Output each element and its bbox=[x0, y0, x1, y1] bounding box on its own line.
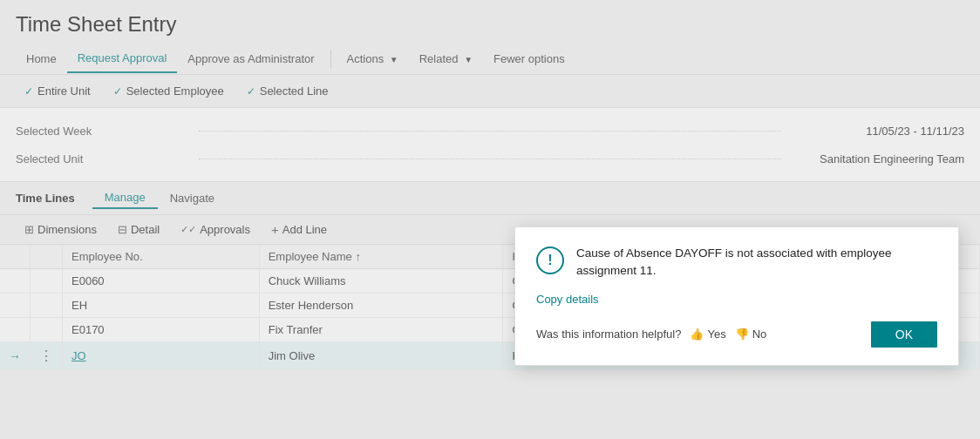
modal-overlay bbox=[0, 0, 980, 439]
no-button[interactable]: 👎 No bbox=[735, 328, 767, 341]
copy-details-link[interactable]: Copy details bbox=[536, 293, 937, 306]
yes-button[interactable]: 👍 Yes bbox=[690, 328, 725, 341]
thumbs-down-icon: 👎 bbox=[735, 328, 749, 341]
helpful-label: Was this information helpful? bbox=[536, 328, 681, 341]
no-label: No bbox=[752, 328, 767, 341]
thumbs-up-icon: 👍 bbox=[690, 328, 704, 341]
info-icon: ! bbox=[536, 247, 564, 274]
modal-message: Cause of Absence DAYOFF is not associate… bbox=[576, 245, 937, 280]
yes-label: Yes bbox=[707, 328, 725, 341]
ok-button[interactable]: OK bbox=[871, 321, 937, 348]
modal-footer: Was this information helpful? 👍 Yes 👎 No… bbox=[536, 321, 937, 348]
error-modal: ! Cause of Absence DAYOFF is not associa… bbox=[514, 226, 959, 366]
helpful-section: Was this information helpful? 👍 Yes 👎 No bbox=[536, 328, 766, 341]
modal-body: ! Cause of Absence DAYOFF is not associa… bbox=[536, 245, 937, 280]
